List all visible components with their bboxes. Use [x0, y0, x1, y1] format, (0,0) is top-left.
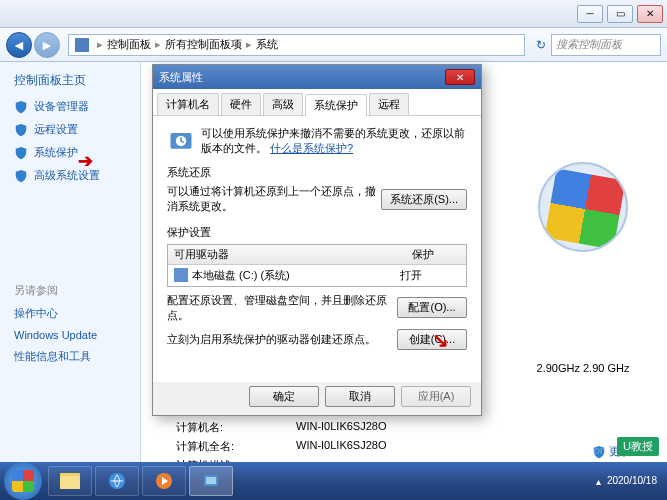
dialog-titlebar[interactable]: 系统属性 ✕ [153, 65, 481, 89]
dialog-tabs: 计算机名 硬件 高级 系统保护 远程 [153, 89, 481, 116]
computer-full-label: 计算机全名: [176, 439, 296, 454]
right-panel: 2.90GHz 2.90 GHz 更改设置 [513, 162, 653, 459]
create-text: 立刻为启用系统保护的驱动器创建还原点。 [167, 332, 397, 347]
shield-icon [14, 146, 28, 160]
svg-rect-3 [60, 476, 80, 489]
drive-icon [174, 268, 188, 282]
computer-name-value: WIN-I0LIK6SJ28O [296, 420, 386, 435]
minimize-button[interactable]: ─ [577, 5, 603, 23]
windows-flag-icon [12, 470, 34, 492]
annotation-arrow: ↘ [432, 328, 449, 352]
taskbar-media[interactable] [142, 466, 186, 496]
tab-remote[interactable]: 远程 [369, 93, 409, 115]
shield-icon [14, 169, 28, 183]
what-is-link[interactable]: 什么是系统保护? [270, 142, 353, 154]
sidebar-item-remote[interactable]: 远程设置 [14, 122, 140, 137]
search-input[interactable]: 搜索控制面板 [551, 34, 661, 56]
drive-name: 本地磁盘 (C:) (系统) [192, 268, 400, 283]
configure-button[interactable]: 配置(O)... [397, 297, 467, 318]
close-button[interactable]: ✕ [637, 5, 663, 23]
windows-logo-icon [538, 162, 628, 252]
toolbar: ◄ ► ▸ 控制面板 ▸ 所有控制面板项 ▸ 系统 ↻ 搜索控制面板 [0, 28, 667, 62]
start-button[interactable] [4, 462, 42, 500]
sidebar-seealso-windows-update[interactable]: Windows Update [14, 329, 140, 341]
breadcrumb-item[interactable]: 所有控制面板项 [165, 37, 242, 52]
annotation-arrow: ➔ [78, 150, 93, 172]
sidebar-seealso-action-center[interactable]: 操作中心 [14, 306, 140, 321]
info-text: 可以使用系统保护来撤消不需要的系统更改，还原以前版本的文件。 什么是系统保护? [201, 126, 467, 157]
dialog-footer: 确定 取消 应用(A) [249, 386, 471, 407]
sidebar-item-device-manager[interactable]: 设备管理器 [14, 99, 140, 114]
sidebar-item-label: 远程设置 [34, 122, 78, 137]
maximize-button[interactable]: ▭ [607, 5, 633, 23]
tray-up-icon[interactable]: ▴ [596, 476, 601, 487]
config-text: 配置还原设置、管理磁盘空间，并且删除还原点。 [167, 293, 397, 324]
control-panel-icon [75, 38, 89, 52]
computer-name-label: 计算机名: [176, 420, 296, 435]
ok-button[interactable]: 确定 [249, 386, 319, 407]
taskbar-explorer[interactable] [48, 466, 92, 496]
shield-icon [14, 100, 28, 114]
col-protection: 保护 [406, 245, 466, 264]
tab-computer-name[interactable]: 计算机名 [157, 93, 219, 115]
breadcrumb-item[interactable]: 系统 [256, 37, 278, 52]
sidebar-seealso-performance[interactable]: 性能信息和工具 [14, 349, 140, 364]
shield-icon [14, 123, 28, 137]
drives-table[interactable]: 可用驱动器 保护 本地磁盘 (C:) (系统) 打开 [167, 244, 467, 287]
watermark-url: u.ujiaoshou.com [529, 444, 609, 456]
protection-group-title: 保护设置 [167, 225, 467, 240]
sidebar-title[interactable]: 控制面板主页 [14, 72, 140, 89]
system-restore-button[interactable]: 系统还原(S)... [381, 189, 467, 210]
sidebar-item-label: 系统保护 [34, 145, 78, 160]
taskbar-ie[interactable] [95, 466, 139, 496]
forward-button[interactable]: ► [34, 32, 60, 58]
sidebar: 控制面板主页 设备管理器 远程设置 系统保护 高级系统设置 ➔ 另请参阅 操作中… [0, 62, 140, 462]
computer-full-value: WIN-I0LIK6SJ28O [296, 439, 386, 454]
system-properties-dialog: 系统属性 ✕ 计算机名 硬件 高级 系统保护 远程 可以使用系统保护来撤消不需要… [152, 64, 482, 416]
table-row[interactable]: 本地磁盘 (C:) (系统) 打开 [168, 265, 466, 286]
breadcrumb[interactable]: ▸ 控制面板 ▸ 所有控制面板项 ▸ 系统 [68, 34, 525, 56]
restore-text: 可以通过将计算机还原到上一个还原点，撤消系统更改。 [167, 184, 381, 215]
refresh-button[interactable]: ↻ [531, 35, 551, 55]
dialog-title-text: 系统属性 [159, 70, 203, 85]
sidebar-item-system-protection[interactable]: 系统保护 [14, 145, 140, 160]
tab-advanced[interactable]: 高级 [263, 93, 303, 115]
sidebar-item-advanced[interactable]: 高级系统设置 [14, 168, 140, 183]
col-drives: 可用驱动器 [168, 245, 406, 264]
taskbar: ▴ 2020/10/18 [0, 462, 667, 500]
tab-hardware[interactable]: 硬件 [221, 93, 261, 115]
watermark-badge: U教授 [617, 437, 659, 456]
drive-status: 打开 [400, 268, 460, 283]
system-tray[interactable]: ▴ 2020/10/18 [596, 475, 663, 487]
svg-rect-7 [206, 477, 216, 484]
tab-system-protection[interactable]: 系统保护 [305, 94, 367, 116]
window-titlebar: ─ ▭ ✕ [0, 0, 667, 28]
breadcrumb-item[interactable]: 控制面板 [107, 37, 151, 52]
taskbar-control-panel[interactable] [189, 466, 233, 496]
back-button[interactable]: ◄ [6, 32, 32, 58]
tray-clock[interactable]: 2020/10/18 [607, 475, 657, 487]
restore-icon [167, 126, 195, 154]
sidebar-item-label: 设备管理器 [34, 99, 89, 114]
apply-button[interactable]: 应用(A) [401, 386, 471, 407]
dialog-close-button[interactable]: ✕ [445, 69, 475, 85]
cpu-info: 2.90GHz 2.90 GHz [513, 362, 653, 374]
restore-group-title: 系统还原 [167, 165, 467, 180]
cancel-button[interactable]: 取消 [325, 386, 395, 407]
seealso-title: 另请参阅 [14, 283, 140, 298]
